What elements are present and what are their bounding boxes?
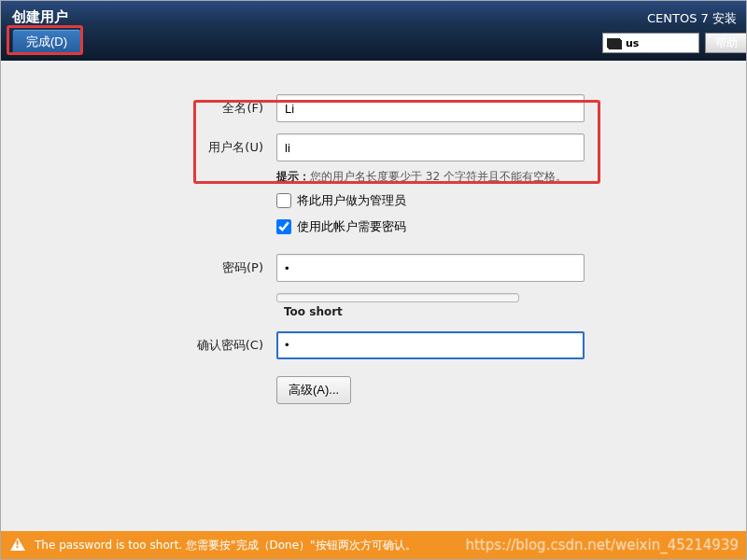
fullname-label: 全名(F)	[1, 100, 276, 117]
admin-checkbox[interactable]	[276, 193, 291, 208]
warning-icon	[10, 538, 25, 553]
fullname-input[interactable]	[276, 94, 585, 122]
password-label: 密码(P)	[1, 259, 276, 276]
strength-text: Too short	[284, 305, 343, 318]
password-strength: Too short	[276, 289, 585, 318]
password-input[interactable]	[276, 254, 585, 282]
keyboard-layout-selector[interactable]: us	[602, 33, 699, 53]
strength-bar	[276, 293, 519, 302]
install-label: CENTOS 7 安装	[647, 10, 737, 27]
username-hint: 提示：您的用户名长度要少于 32 个字符并且不能有空格。	[276, 169, 585, 185]
keyboard-icon	[607, 38, 620, 48]
confirm-password-label: 确认密码(C)	[1, 337, 276, 354]
header-bar: 创建用户 完成(D) CENTOS 7 安装 us 帮助	[1, 1, 746, 61]
keyboard-layout-text: us	[626, 37, 639, 49]
advanced-button[interactable]: 高级(A)...	[276, 376, 351, 404]
require-password-label: 使用此帐户需要密码	[297, 218, 406, 235]
username-label: 用户名(U)	[1, 139, 276, 156]
help-button[interactable]: 帮助	[705, 33, 746, 53]
user-form: 全名(F) 用户名(U) 提示：您的用户名长度要少于 32 个字符并且不能有空格…	[1, 87, 746, 423]
confirm-password-input[interactable]	[276, 331, 585, 359]
done-button[interactable]: 完成(D)	[12, 29, 81, 55]
username-input[interactable]	[276, 133, 585, 161]
page-title: 创建用户	[12, 8, 68, 26]
admin-checkbox-label: 将此用户做为管理员	[297, 192, 406, 209]
require-password-checkbox[interactable]	[276, 219, 291, 234]
warning-message: The password is too short. 您需要按"完成（Done）…	[35, 538, 416, 553]
warning-bar: The password is too short. 您需要按"完成（Done）…	[1, 531, 746, 559]
